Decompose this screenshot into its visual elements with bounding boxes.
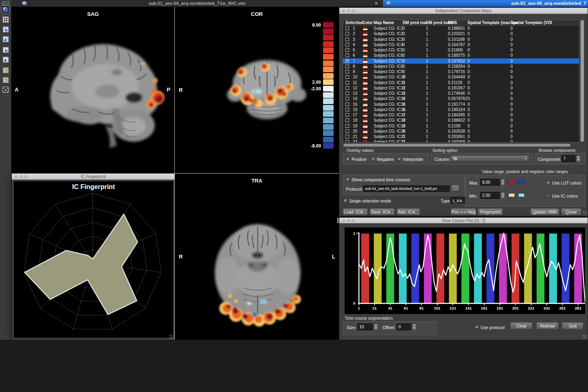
use-lut-colors-checkbox[interactable]: ✓ xyxy=(546,180,550,185)
resize-grip[interactable] xyxy=(583,335,587,339)
sag-view[interactable]: SAG A P xyxy=(11,7,174,173)
offset-stepper[interactable]: ▲▼ xyxy=(412,323,416,330)
table-row-ic6[interactable]: 6Subject CG: IC6010.18927500 xyxy=(343,53,579,58)
table-row-ic7[interactable]: +7Subject CG: IC7010.19783200 xyxy=(343,58,579,64)
map-color-swatch[interactable] xyxy=(363,75,368,79)
table-row-ic3[interactable]: 3Subject CG: IC3010.15118800 xyxy=(343,37,579,42)
size-stepper[interactable]: ▲▼ xyxy=(374,323,378,330)
tra-view[interactable]: TRA R L xyxy=(175,174,339,340)
show-timecourses-checkbox[interactable]: ✓ xyxy=(346,177,350,181)
map-color-swatch[interactable] xyxy=(363,140,368,142)
row-select-checkbox[interactable] xyxy=(345,53,349,57)
row-select-checkbox[interactable] xyxy=(345,113,349,117)
grid-bottom-row-left-icon[interactable] xyxy=(1,45,10,54)
table-row-ic16[interactable]: 16Subject CG: IC16010.18532400 xyxy=(343,107,579,112)
col-rms[interactable]: RMS xyxy=(448,20,457,25)
min-stepper[interactable]: ▲▼ xyxy=(501,192,505,199)
min-field[interactable]: 2.00 xyxy=(480,192,500,199)
row-select-checkbox[interactable] xyxy=(345,43,349,47)
row-select-checkbox[interactable] xyxy=(345,27,349,30)
sorting-column-dropdown[interactable]: Nr ▾ xyxy=(450,155,529,162)
close-icon[interactable]: ✕ xyxy=(374,1,378,6)
use-ic-colors-checkbox[interactable] xyxy=(546,194,550,198)
resize-grip[interactable] xyxy=(583,211,587,215)
table-row-ic20[interactable]: 20Subject CG: IC20010.16353800 xyxy=(343,129,579,134)
pos-neg-swap-button[interactable]: Pos <-> Neg xyxy=(451,208,476,216)
min-positive-color-swatch[interactable] xyxy=(508,193,515,197)
component-field[interactable]: 7 xyxy=(561,155,575,162)
map-color-swatch[interactable] xyxy=(363,81,368,85)
erase-pencil-icon[interactable]: ✎ xyxy=(1,76,10,84)
map-color-swatch[interactable] xyxy=(363,32,368,36)
timecourse-window-titlebar[interactable]: Time Course Plot [IC: 7] xyxy=(339,218,588,223)
quit-button[interactable]: Quit xyxy=(562,322,584,330)
map-color-swatch[interactable] xyxy=(363,113,368,117)
row-select-checkbox[interactable] xyxy=(345,124,349,128)
use-protocol-checkbox[interactable]: ✓ xyxy=(475,325,479,329)
positive-checkbox[interactable]: ✓ xyxy=(346,157,350,161)
col-map-name[interactable]: Map Name xyxy=(374,20,394,25)
row-select-checkbox[interactable] xyxy=(345,65,349,68)
save-ica-button[interactable]: Save .ICA... xyxy=(370,208,395,216)
grid-arrow-left-icon[interactable] xyxy=(1,25,10,33)
max-field[interactable]: 8.00 xyxy=(480,179,500,186)
table-row-ic9[interactable]: 9Subject CG: IC9010.17971600 xyxy=(343,69,579,74)
table-horizontal-scrollbar[interactable] xyxy=(343,144,570,147)
fingerprint-button[interactable]: Fingerprint xyxy=(478,208,503,216)
resize-grip[interactable] xyxy=(169,335,174,339)
map-color-swatch[interactable] xyxy=(363,102,368,106)
table-row-ic19[interactable]: 19Subject CG: IC19010.210900 xyxy=(343,123,579,129)
col-color[interactable]: Color xyxy=(362,20,373,25)
table-row-ic17[interactable]: 17Subject CG: IC17010.18439500 xyxy=(343,112,579,118)
ica-dialog-titlebar[interactable]: Independent Component Maps xyxy=(339,8,588,14)
row-select-checkbox[interactable] xyxy=(345,32,349,36)
row-select-checkbox[interactable]: + xyxy=(345,59,349,63)
map-color-swatch[interactable] xyxy=(363,53,368,57)
col-spatial-template-voi[interactable]: Spatial Template (VOI xyxy=(510,20,552,25)
grid-bottom-row-right-icon[interactable] xyxy=(1,55,10,64)
dice-points-icon[interactable] xyxy=(1,85,10,94)
row-select-checkbox[interactable] xyxy=(345,118,349,122)
redraw-button[interactable]: Redraw xyxy=(536,322,559,330)
table-row-ic10[interactable]: 10Subject CG: IC10010.15444900 xyxy=(343,74,579,80)
table-row-ic21[interactable]: 21Subject CG: IC21010.20306100 xyxy=(343,134,579,139)
row-select-checkbox[interactable] xyxy=(345,38,349,41)
table-row-ic11[interactable]: 11Subject CG: IC11010.2112600 xyxy=(343,80,579,85)
component-stepper[interactable]: ▲▼ xyxy=(576,155,581,162)
map-color-swatch[interactable] xyxy=(363,48,368,52)
table-row-ic5[interactable]: 5Subject CG: IC5010.2180900 xyxy=(343,47,579,53)
max-negative-color-swatch[interactable] xyxy=(518,180,525,184)
fingerprint-window-titlebar[interactable]: IC Fingerprint xyxy=(12,174,174,180)
offset-field[interactable]: 0 xyxy=(396,323,411,330)
grid-arrow-right-icon[interactable] xyxy=(1,35,10,43)
table-row-ic8[interactable]: 8Subject CG: IC8010.15826400 xyxy=(343,64,579,69)
add-ica-button[interactable]: Add .ICA... xyxy=(396,208,420,216)
max-stepper[interactable]: ▲▼ xyxy=(501,179,505,186)
row-select-checkbox[interactable] xyxy=(345,129,349,133)
table-row-ic12[interactable]: 12Subject CG: IC12010.18106700 xyxy=(343,85,579,91)
row-select-checkbox[interactable] xyxy=(345,48,349,52)
col-dm-pred-max[interactable]: DM pred ma› xyxy=(403,20,428,25)
row-select-checkbox[interactable] xyxy=(345,81,349,85)
grid-icon[interactable] xyxy=(1,15,10,24)
update-vmr-button[interactable]: Update VMR xyxy=(530,208,559,216)
load-ica-button[interactable]: Load .ICA... xyxy=(343,208,368,216)
map-color-swatch[interactable] xyxy=(363,108,368,111)
row-select-checkbox[interactable] xyxy=(345,102,349,106)
row-select-checkbox[interactable] xyxy=(345,135,349,138)
row-select-checkbox[interactable] xyxy=(345,91,349,95)
vmr-window-titlebar[interactable]: sub-01_ses-04_acq-nondistorted_T1w_IIHC.… xyxy=(11,0,383,7)
type-field[interactable]: z_ica xyxy=(450,197,465,203)
min-negative-color-swatch[interactable] xyxy=(518,193,525,197)
draw-pencil-icon[interactable]: ✎ xyxy=(1,66,10,74)
single-selection-checkbox[interactable]: ✓ xyxy=(343,198,347,203)
map-color-swatch[interactable] xyxy=(363,135,368,138)
table-row-ic15[interactable]: 15Subject CG: IC15010.19177400 xyxy=(343,102,579,107)
map-color-swatch[interactable] xyxy=(363,65,368,68)
map-color-swatch[interactable] xyxy=(363,124,368,128)
map-color-swatch[interactable] xyxy=(363,38,368,41)
max-positive-color-swatch[interactable] xyxy=(508,180,515,184)
tra-scrollbar-thumb[interactable] xyxy=(337,218,339,223)
table-vertical-scrollbar[interactable] xyxy=(581,20,584,142)
row-select-checkbox[interactable] xyxy=(345,140,349,142)
